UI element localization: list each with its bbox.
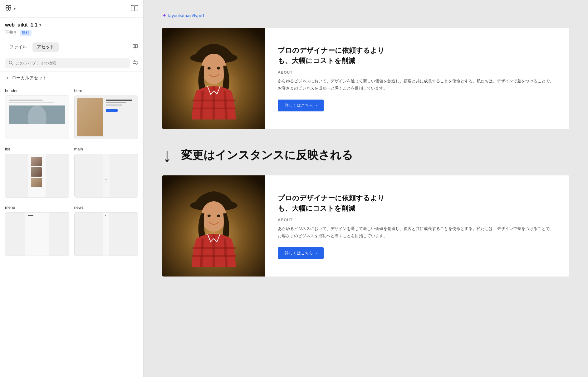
asset-item-hero[interactable]: hero	[72, 85, 141, 143]
card-description-before: あらゆるビジネスにおいて、デザインを通じて新しい価値を創造し、顧客と共に成長する…	[278, 78, 557, 92]
down-arrow-icon: ↓	[162, 144, 172, 166]
svg-point-0	[6, 5, 8, 8]
logo-area[interactable]: ▾	[5, 4, 16, 13]
card-image-before	[162, 28, 265, 129]
svg-point-18	[217, 67, 220, 70]
svg-point-11	[136, 63, 137, 64]
asset-label-main: main	[74, 147, 139, 151]
local-assets-header[interactable]: ＜ ローカルアセット	[0, 71, 143, 85]
svg-point-1	[8, 5, 11, 8]
asset-label-menu: menu	[5, 205, 69, 210]
card-button-before[interactable]: 詳しくはこちら ›	[278, 100, 324, 111]
search-icon	[9, 61, 13, 66]
asset-thumb-menu	[5, 212, 69, 256]
back-arrow-icon: ＜	[5, 75, 9, 81]
svg-point-9	[134, 61, 135, 62]
button-arrow-icon-after: ›	[316, 251, 317, 255]
tabs-left: ファイル アセット	[5, 42, 59, 52]
breadcrumb: ✦ layouts/main/type1	[162, 12, 569, 18]
main-content: ✦ layouts/main/type1	[144, 0, 588, 377]
sidebar: ▾ web_uikit_1.1 ▾ 下書き 無料 ファイル アセット	[0, 0, 144, 377]
svg-point-2	[6, 8, 8, 10]
draft-tag: 下書き	[5, 30, 17, 36]
card-title-after: プロのデザイナーに依頼するよりも、大幅にコストを削減	[278, 193, 557, 213]
logo-icon	[5, 4, 12, 13]
logo-chevron-icon: ▾	[14, 7, 16, 11]
project-chevron-icon: ▾	[39, 23, 41, 27]
tab-file[interactable]: ファイル	[5, 42, 31, 52]
filter-icon[interactable]	[133, 60, 138, 67]
asset-label-header: header	[5, 88, 69, 93]
svg-line-7	[12, 64, 13, 65]
card-about-before: ABOUT	[278, 70, 557, 75]
svg-rect-5	[135, 5, 138, 11]
svg-point-17	[208, 67, 211, 70]
project-name[interactable]: web_uikit_1.1 ▾	[5, 22, 138, 28]
tab-assets[interactable]: アセット	[32, 42, 59, 52]
card-before: プロのデザイナーに依頼するよりも、大幅にコストを削減 ABOUT あらゆるビジネ…	[162, 28, 569, 129]
asset-thumb-news	[74, 212, 139, 256]
button-arrow-icon-before: ›	[316, 103, 317, 108]
library-icon[interactable]	[132, 43, 138, 51]
project-tags: 下書き 無料	[5, 30, 138, 36]
top-bar: ▾	[0, 0, 143, 18]
asset-item-main[interactable]: main	[72, 143, 141, 201]
free-tag: 無料	[20, 30, 32, 36]
card-button-after[interactable]: 詳しくはこちら ›	[278, 247, 324, 259]
card-text-after: プロのデザイナーに依頼するよりも、大幅にコストを削減 ABOUT あらゆるビジネ…	[265, 175, 569, 277]
asset-thumb-header	[5, 95, 69, 139]
card-title-before: プロのデザイナーに依頼するよりも、大幅にコストを削減	[278, 45, 557, 66]
asset-thumb-main	[74, 154, 139, 198]
asset-label-list: list	[5, 147, 69, 151]
svg-point-21	[201, 201, 227, 232]
card-text-before: プロのデザイナーに依頼するよりも、大幅にコストを削減 ABOUT あらゆるビジネ…	[265, 28, 569, 129]
asset-thumb-hero	[74, 95, 139, 139]
svg-point-3	[8, 8, 11, 10]
local-assets-label: ローカルアセット	[12, 75, 47, 81]
layout-toggle-button[interactable]	[131, 5, 138, 12]
asset-item-news[interactable]: news	[72, 201, 141, 260]
breadcrumb-text: layouts/main/type1	[168, 13, 205, 18]
component-icon: ✦	[162, 12, 166, 18]
card-about-after: ABOUT	[278, 218, 557, 222]
asset-label-news: news	[74, 205, 139, 210]
asset-thumb-list	[5, 154, 69, 198]
asset-label-hero: hero	[74, 88, 139, 93]
svg-point-22	[208, 215, 211, 217]
card-layout-before: プロのデザイナーに依頼するよりも、大幅にコストを削減 ABOUT あらゆるビジネ…	[162, 28, 569, 129]
asset-item-list[interactable]: list	[2, 143, 72, 201]
svg-rect-4	[131, 5, 134, 11]
asset-item-menu[interactable]: menu	[2, 201, 72, 260]
search-wrapper	[5, 58, 130, 68]
tabs-bar: ファイル アセット	[0, 39, 143, 55]
card-image-after	[162, 175, 265, 277]
transition-section: ↓ 変更はインスタンスに反映される	[162, 135, 569, 175]
card-description-after: あらゆるビジネスにおいて、デザインを通じて新しい価値を創造し、顧客と共に成長する…	[278, 225, 557, 240]
project-info: web_uikit_1.1 ▾ 下書き 無料	[0, 18, 143, 39]
assets-grid: header hero	[0, 85, 143, 260]
search-area	[0, 55, 143, 71]
card-layout-after: プロのデザイナーに依頼するよりも、大幅にコストを削減 ABOUT あらゆるビジネ…	[162, 175, 569, 277]
card-after: プロのデザイナーに依頼するよりも、大幅にコストを削減 ABOUT あらゆるビジネ…	[162, 175, 569, 277]
search-input[interactable]	[16, 61, 126, 66]
svg-point-23	[217, 215, 220, 217]
asset-item-header[interactable]: header	[2, 85, 72, 143]
transition-text: 変更はインスタンスに反映される	[181, 148, 353, 163]
svg-point-16	[201, 54, 227, 84]
